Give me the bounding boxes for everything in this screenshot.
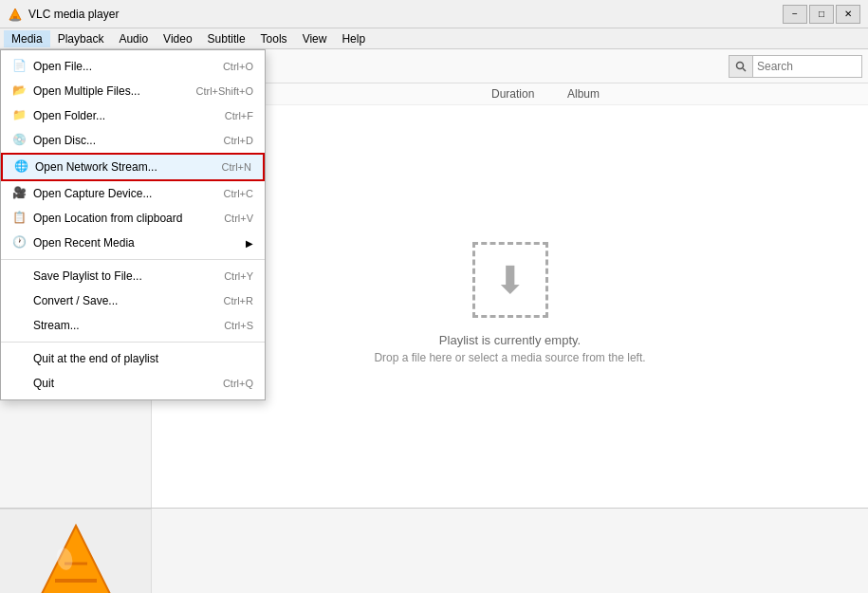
open-location-icon: 📋 — [12, 211, 28, 226]
quit-label: Quit — [33, 377, 223, 390]
open-network-label: Open Network Stream... — [35, 160, 222, 174]
open-disc-shortcut: Ctrl+D — [224, 135, 253, 146]
menu-open-disc[interactable]: 💿 Open Disc... Ctrl+D — [1, 128, 265, 153]
open-location-shortcut: Ctrl+V — [224, 213, 253, 224]
open-file-icon: 📄 — [12, 59, 28, 74]
menu-separator-2 — [1, 342, 265, 343]
open-recent-label: Open Recent Media — [33, 236, 246, 250]
open-folder-label: Open Folder... — [33, 109, 225, 122]
menu-open-location[interactable]: 📋 Open Location from clipboard Ctrl+V — [1, 206, 265, 231]
quit-end-label: Quit at the end of playlist — [33, 352, 253, 365]
open-capture-label: Open Capture Device... — [33, 187, 224, 200]
stream-label: Stream... — [33, 319, 224, 332]
open-folder-icon: 📁 — [12, 108, 28, 123]
quit-icon — [12, 376, 28, 391]
open-network-shortcut: Ctrl+N — [222, 161, 251, 173]
quit-end-icon — [12, 351, 28, 366]
stream-icon — [12, 318, 28, 333]
media-dropdown-menu: 📄 Open File... Ctrl+O 📂 Open Multiple Fi… — [0, 49, 266, 400]
menu-quit[interactable]: Quit Ctrl+Q — [1, 371, 265, 396]
menu-open-multiple[interactable]: 📂 Open Multiple Files... Ctrl+Shift+O — [1, 79, 265, 103]
open-location-label: Open Location from clipboard — [33, 212, 224, 225]
open-multiple-label: Open Multiple Files... — [33, 84, 195, 98]
convert-save-shortcut: Ctrl+R — [224, 295, 253, 306]
save-playlist-label: Save Playlist to File... — [33, 269, 224, 283]
menu-open-folder[interactable]: 📁 Open Folder... Ctrl+F — [1, 103, 265, 128]
menu-open-recent[interactable]: 🕐 Open Recent Media ▶ — [1, 231, 265, 255]
menu-quit-end[interactable]: Quit at the end of playlist — [1, 346, 265, 371]
open-disc-icon: 💿 — [12, 133, 28, 148]
open-capture-icon: 🎥 — [12, 186, 28, 201]
open-capture-shortcut: Ctrl+C — [224, 188, 253, 199]
convert-save-label: Convert / Save... — [33, 294, 224, 307]
quit-shortcut: Ctrl+Q — [223, 378, 253, 389]
open-file-shortcut: Ctrl+O — [223, 61, 253, 72]
open-multiple-shortcut: Ctrl+Shift+O — [195, 85, 253, 97]
menu-open-network[interactable]: 🌐 Open Network Stream... Ctrl+N — [1, 153, 265, 181]
menu-stream[interactable]: Stream... Ctrl+S — [1, 313, 265, 338]
convert-save-icon — [12, 293, 28, 308]
menu-separator-1 — [1, 259, 265, 260]
open-recent-arrow: ▶ — [246, 238, 253, 249]
dropdown-overlay: 📄 Open File... Ctrl+O 📂 Open Multiple Fi… — [0, 0, 868, 593]
open-file-label: Open File... — [33, 60, 223, 73]
save-playlist-shortcut: Ctrl+Y — [224, 270, 253, 282]
save-playlist-icon — [12, 269, 28, 284]
open-disc-label: Open Disc... — [33, 134, 224, 147]
menu-open-file[interactable]: 📄 Open File... Ctrl+O — [1, 54, 265, 79]
open-recent-icon: 🕐 — [12, 235, 28, 250]
menu-save-playlist[interactable]: Save Playlist to File... Ctrl+Y — [1, 264, 265, 288]
menu-convert-save[interactable]: Convert / Save... Ctrl+R — [1, 288, 265, 313]
open-network-icon: 🌐 — [14, 159, 29, 175]
open-multiple-icon: 📂 — [12, 83, 28, 99]
menu-open-capture[interactable]: 🎥 Open Capture Device... Ctrl+C — [1, 181, 265, 206]
open-folder-shortcut: Ctrl+F — [225, 110, 253, 121]
stream-shortcut: Ctrl+S — [224, 320, 253, 331]
